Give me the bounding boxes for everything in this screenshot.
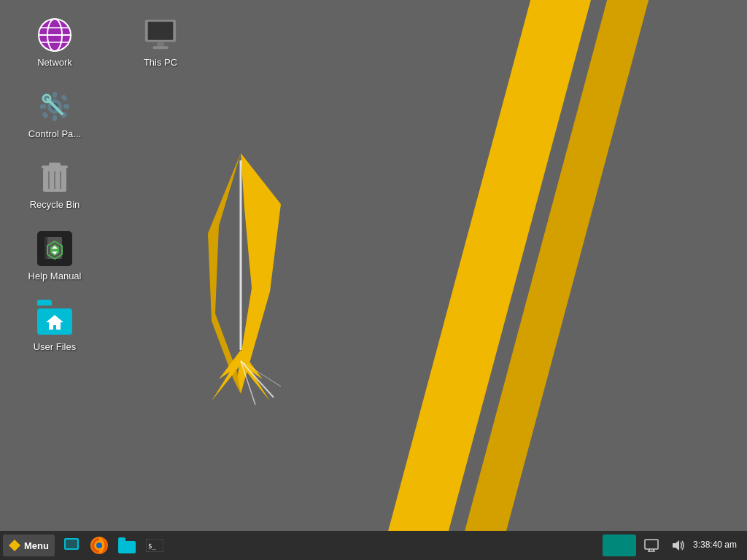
svg-point-46 [96, 542, 102, 548]
desktop: Network [0, 0, 747, 531]
recyclebin-svg [39, 160, 71, 195]
network-icon[interactable]: Network [22, 15, 88, 71]
taskbar-right: 3:38:40 am [603, 534, 744, 556]
svg-rect-11 [63, 104, 69, 109]
menu-label: Menu [24, 540, 49, 551]
svg-rect-34 [152, 46, 168, 49]
control-panel-icon[interactable]: Control Pa... [22, 86, 88, 143]
svg-rect-9 [53, 115, 57, 121]
svg-rect-32 [148, 22, 174, 40]
firefox-button[interactable] [87, 534, 112, 556]
file-manager-button[interactable] [115, 534, 139, 556]
recycle-bin-label: Recycle Bin [30, 199, 80, 211]
userfiles-folder-body [37, 308, 72, 335]
stripe-wide [380, 0, 606, 531]
helpmanual-box [37, 231, 72, 266]
menu-icon [9, 540, 20, 551]
svg-rect-43 [65, 539, 78, 549]
svg-line-39 [241, 361, 274, 397]
volume-button[interactable] [667, 534, 689, 556]
desktop-icon [64, 538, 79, 553]
this-pc-label: This PC [144, 57, 177, 69]
svg-marker-30 [46, 315, 63, 330]
virtual-desktop-button[interactable] [603, 534, 636, 556]
display-button[interactable] [640, 534, 662, 556]
svg-marker-55 [673, 540, 679, 551]
recycle-bin-icon[interactable]: Recycle Bin [22, 157, 88, 214]
menu-button[interactable]: Menu [3, 534, 55, 556]
control-panel-icon-img [37, 89, 72, 124]
svg-rect-14 [42, 112, 49, 119]
file-manager-icon [118, 537, 136, 553]
taskbar: Menu $_ [0, 531, 747, 560]
desktop-icons-column1: Network [22, 15, 88, 356]
terminal-button[interactable]: $_ [142, 534, 167, 556]
show-desktop-button[interactable] [59, 534, 84, 556]
svg-rect-8 [53, 92, 57, 98]
this-pc-icon-img [143, 18, 178, 52]
svg-text:$_: $_ [148, 542, 156, 550]
svg-rect-13 [61, 94, 68, 101]
user-files-label: User Files [34, 341, 77, 353]
svg-rect-19 [49, 163, 61, 167]
user-files-icon[interactable]: User Files [22, 299, 88, 356]
svg-rect-10 [40, 104, 46, 109]
helpmanual-svg [42, 236, 68, 262]
network-svg [37, 18, 72, 52]
this-pc-icon[interactable]: This PC [128, 15, 193, 71]
svg-rect-47 [118, 541, 136, 553]
network-label: Network [37, 57, 72, 69]
help-manual-icon-img [37, 231, 72, 266]
svg-rect-33 [157, 42, 164, 47]
help-manual-label: Help Manual [28, 271, 82, 282]
volume-icon [670, 539, 685, 552]
wallpaper-decoration [382, 0, 747, 531]
svg-rect-48 [118, 537, 125, 542]
control-panel-label: Control Pa... [28, 128, 81, 140]
feather-svg [168, 146, 314, 408]
userfiles-folder-tab [37, 300, 52, 306]
terminal-icon: $_ [146, 539, 163, 552]
svg-rect-51 [645, 540, 658, 549]
user-files-icon-img [37, 302, 72, 337]
thispc-svg [143, 18, 178, 52]
feather-logo [168, 146, 314, 408]
network-icon-img [37, 18, 72, 52]
userfiles-container [37, 304, 72, 335]
userfiles-house-svg [44, 312, 65, 331]
controlpanel-svg [37, 89, 72, 124]
clock-time: 3:38:40 am [693, 540, 737, 550]
help-manual-icon[interactable]: Help Manual [22, 228, 88, 285]
taskbar-clock: 3:38:40 am [693, 540, 740, 551]
display-icon [644, 539, 659, 552]
stripe-narrow [457, 0, 665, 531]
recycle-bin-icon-img [37, 160, 72, 195]
terminal-svg: $_ [146, 539, 163, 552]
firefox-svg [90, 537, 108, 554]
firefox-icon [90, 537, 108, 554]
